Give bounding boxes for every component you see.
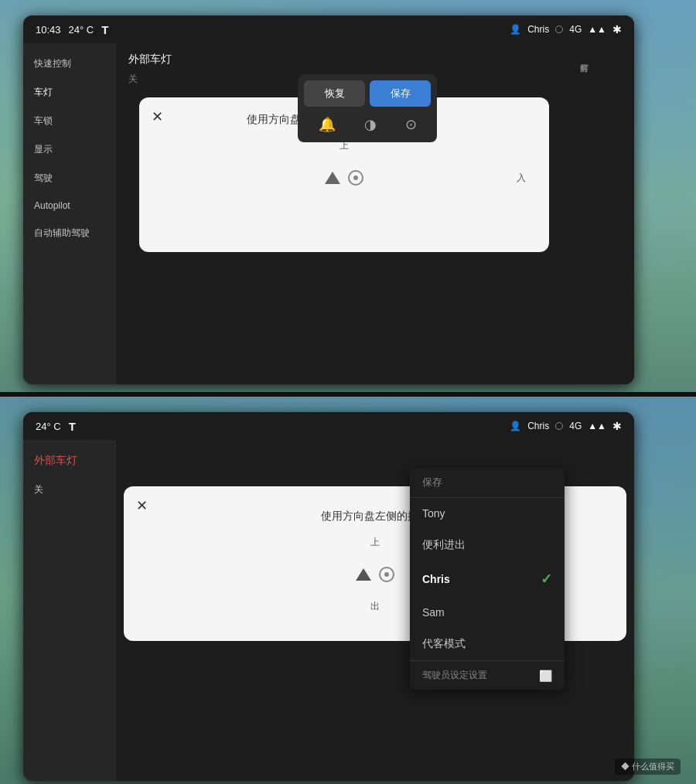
diagram-label-right: 入 — [517, 172, 526, 185]
watermark: ◆ 什么值得买 — [615, 758, 681, 775]
top-screen-half: 10:43 24° C T 👤 Chris 4G ▲▲ ✱ 快速控制 车 — [0, 0, 696, 392]
user-dropdown-menu: 保存 Tony 便利进出 Chris ✓ Sam — [410, 468, 565, 690]
modal-close-button-top[interactable]: ✕ — [152, 108, 163, 125]
status-left-bottom: 24° C T — [36, 420, 76, 433]
arrow-indicator — [325, 170, 363, 186]
bluetooth-icon: ✱ — [612, 23, 622, 36]
steering-wheel-icon[interactable]: ⊙ — [405, 116, 417, 133]
status-right-bottom: 👤 Chris 4G ▲▲ ✱ — [510, 420, 622, 432]
modal-diagram-top: 上 入 — [155, 139, 534, 216]
dropdown-save-row: 保存 — [410, 468, 565, 498]
time-display: 10:43 — [36, 24, 61, 36]
dropdown-driver-settings[interactable]: 驾驶员设定设置 ⬜ — [410, 660, 565, 690]
temp-display: 24° C — [69, 24, 94, 36]
sidebar-item-adas[interactable]: 自动辅助驾驶 — [23, 219, 116, 247]
center-content-top: 外部车灯 关 恢复 保存 🔔 ◑ ⊙ ✕ — [116, 43, 572, 384]
status-bar-top: 10:43 24° C T 👤 Chris 4G ▲▲ ✱ — [23, 15, 634, 43]
circle-indicator — [555, 26, 563, 33]
sidebar-item-lights[interactable]: 车灯 — [23, 78, 116, 107]
sidebar-item-lights-bottom[interactable]: 外部车灯 — [23, 446, 116, 476]
dropdown-save-label: 保存 — [422, 476, 442, 488]
diagram-label-top-bottom: 上 — [370, 536, 380, 549]
status-right: 👤 Chris 4G ▲▲ ✱ — [510, 23, 622, 36]
watermark-diamond: ◆ — [621, 762, 632, 771]
watermark-text: 什么值得买 — [632, 762, 674, 771]
main-content-bottom: 外部车灯 关 保存 Tony 便利进出 — [23, 440, 634, 781]
dropdown-easy-entry-label: 便利进出 — [422, 538, 466, 552]
center-circle-bottom — [379, 567, 394, 582]
circle-indicator-bottom — [555, 422, 563, 430]
diagram-label-bottom: 出 — [370, 600, 380, 613]
arrow-row-bottom — [356, 567, 394, 582]
center-dot-bottom — [384, 572, 389, 577]
bell-icon[interactable]: 🔔 — [319, 116, 336, 133]
user-name-bottom[interactable]: Chris — [527, 421, 549, 431]
dropdown-item-tony[interactable]: Tony — [410, 498, 565, 529]
half-circle-icon[interactable]: ◑ — [364, 116, 377, 133]
dropdown-item-chris[interactable]: Chris ✓ — [410, 561, 565, 597]
up-arrow-bottom — [356, 568, 371, 581]
network-label: 4G — [569, 24, 582, 35]
up-arrow — [325, 172, 340, 184]
right-panel-top: 前雾灯 — [572, 43, 634, 384]
check-icon: ✓ — [541, 571, 552, 588]
tesla-logo-bottom: T — [69, 420, 76, 433]
dropdown-tony-label: Tony — [422, 507, 445, 520]
status-bar-bottom: 24° C T 👤 Chris 4G ▲▲ ✱ — [23, 412, 634, 440]
popup-button-row: 恢复 保存 — [304, 80, 431, 107]
signal-icon: ▲▲ — [588, 24, 606, 35]
tesla-logo: T — [101, 23, 108, 36]
sidebar-item-quick[interactable]: 快速控制 — [23, 49, 116, 78]
main-content-top: 快速控制 车灯 车锁 显示 驾驶 Autopilot 自动辅助驾 — [23, 43, 634, 384]
center-content-bottom: 保存 Tony 便利进出 Chris ✓ Sam — [116, 440, 634, 781]
center-dot — [353, 176, 358, 180]
section-title-top: 外部车灯 — [128, 53, 560, 66]
temp-display-bottom: 24° C — [36, 421, 61, 432]
user-icon-bottom: 👤 — [510, 421, 521, 431]
tesla-screen-top: 10:43 24° C T 👤 Chris 4G ▲▲ ✱ 快速控制 车 — [23, 15, 634, 384]
sidebar-item-lock[interactable]: 车锁 — [23, 107, 116, 135]
center-circle — [348, 170, 363, 186]
signal-icon-bottom: ▲▲ — [588, 421, 606, 431]
sidebar-bottom: 外部车灯 关 — [23, 440, 116, 781]
bottom-screen-half: 24° C T 👤 Chris 4G ▲▲ ✱ 外部车灯 关 — [0, 397, 696, 784]
sidebar-top: 快速控制 车灯 车锁 显示 驾驶 Autopilot 自动辅助驾 — [23, 43, 116, 384]
modal-close-button-bottom[interactable]: ✕ — [136, 497, 148, 514]
dropdown-item-valet[interactable]: 代客模式 — [410, 628, 565, 660]
driver-settings-label: 驾驶员设定设置 — [422, 669, 487, 682]
bluetooth-icon-bottom: ✱ — [612, 420, 622, 432]
external-link-icon: ⬜ — [539, 670, 552, 682]
sidebar-off-label: 关 — [23, 476, 116, 504]
user-icon: 👤 — [510, 24, 521, 35]
dropdown-item-easy-entry[interactable]: 便利进出 — [410, 529, 565, 561]
status-left: 10:43 24° C T — [36, 23, 108, 36]
dropdown-valet-label: 代客模式 — [422, 637, 466, 651]
save-restore-popup: 恢复 保存 🔔 ◑ ⊙ — [298, 74, 437, 142]
network-label-bottom: 4G — [569, 421, 582, 431]
dropdown-chris-label: Chris — [422, 573, 450, 585]
save-button[interactable]: 保存 — [370, 80, 431, 107]
sidebar-item-display[interactable]: 显示 — [23, 135, 116, 164]
dropdown-sam-label: Sam — [422, 606, 445, 619]
tesla-screen-bottom: 24° C T 👤 Chris 4G ▲▲ ✱ 外部车灯 关 — [23, 412, 634, 781]
sidebar-item-drive[interactable]: 驾驶 — [23, 164, 116, 193]
dropdown-item-sam[interactable]: Sam — [410, 597, 565, 628]
restore-button[interactable]: 恢复 — [304, 80, 365, 107]
user-name[interactable]: Chris — [527, 24, 549, 35]
popup-icon-row: 🔔 ◑ ⊙ — [304, 113, 431, 136]
sidebar-item-autopilot[interactable]: Autopilot — [23, 193, 116, 219]
